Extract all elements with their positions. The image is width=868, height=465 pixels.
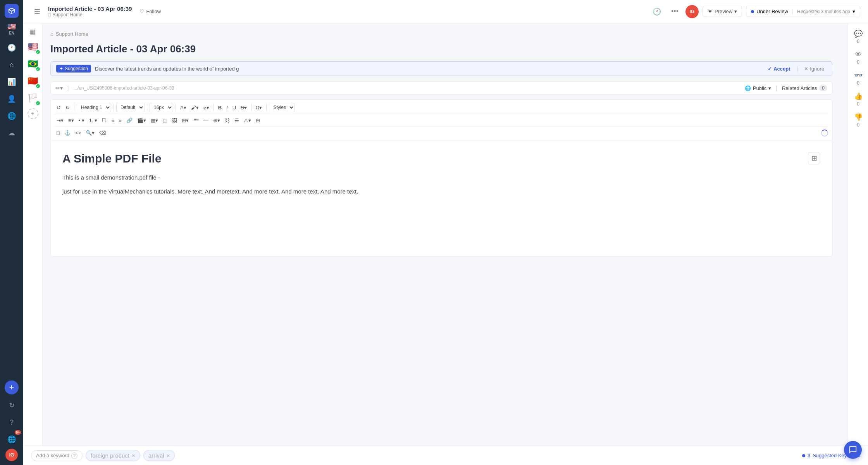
- nav-help[interactable]: ?: [4, 415, 19, 430]
- language-selector[interactable]: 🇺🇸 EN: [7, 22, 16, 35]
- comments-icon: 💬: [854, 29, 863, 38]
- menu-button[interactable]: ☰: [31, 6, 43, 17]
- add-comment-button[interactable]: ⊞: [808, 152, 820, 164]
- underline-button[interactable]: U: [231, 104, 238, 112]
- nav-globe[interactable]: 🌐: [4, 108, 19, 124]
- editor-heading: A Simple PDF File: [62, 152, 162, 165]
- nav-user-avatar[interactable]: IG: [5, 449, 18, 461]
- chat-button[interactable]: [844, 441, 862, 459]
- keyword-help-icon[interactable]: ?: [71, 453, 78, 459]
- alert-button[interactable]: ⚠▾: [242, 116, 253, 124]
- anchor-button[interactable]: ⚓: [62, 129, 72, 137]
- ordered-button[interactable]: 1. ▾: [87, 116, 99, 124]
- link-button[interactable]: ⌀▾: [202, 104, 211, 112]
- article-button[interactable]: □: [55, 129, 62, 137]
- special-chars-button[interactable]: Ω▾: [254, 104, 264, 112]
- likes-count: 0: [857, 101, 859, 107]
- search-replace-button[interactable]: 🔍▾: [84, 129, 96, 137]
- undo-button[interactable]: ↺: [55, 104, 63, 112]
- align-button[interactable]: ≡▾: [66, 116, 76, 124]
- home-icon: ⌂: [50, 31, 53, 37]
- history-button[interactable]: 🕐: [649, 6, 664, 17]
- lang-en-check: ✓: [35, 49, 41, 55]
- lang-other[interactable]: 🏳️ ✓: [26, 91, 40, 105]
- accept-button[interactable]: ✓ Accept: [765, 65, 792, 73]
- ignore-button[interactable]: ✕ Ignore: [802, 65, 827, 73]
- public-label: Public: [753, 85, 766, 91]
- indent-button[interactable]: ⇥▾: [55, 116, 65, 124]
- strikethrough-button[interactable]: S▾: [239, 104, 249, 112]
- redo-button[interactable]: ↻: [64, 104, 72, 112]
- table-view-icon[interactable]: ▦: [30, 28, 36, 35]
- quote-button[interactable]: ❝❝: [191, 116, 201, 124]
- lang-br[interactable]: 🇧🇷 ✓: [26, 57, 40, 71]
- editor-paragraph-1: This is a small demonstration.pdf file -: [62, 173, 820, 182]
- suggestion-tag: ✦ Suggestion: [56, 65, 91, 73]
- blockquote-left-button[interactable]: «: [109, 116, 116, 124]
- keyword-remove-icon[interactable]: ×: [167, 452, 170, 459]
- embed-button[interactable]: ⬚: [161, 116, 169, 124]
- app-logo[interactable]: [5, 4, 19, 18]
- task-button[interactable]: ☐: [100, 116, 108, 124]
- widget-button[interactable]: ⊕▾: [211, 116, 222, 124]
- related-articles[interactable]: Related Articles 0: [782, 85, 827, 91]
- lang-en[interactable]: 🇺🇸 ✓: [26, 40, 40, 54]
- article-breadcrumb: ⌂ Support Home: [50, 31, 832, 37]
- lang-add-button[interactable]: +: [28, 108, 38, 119]
- nav-upload[interactable]: ☁: [4, 125, 19, 141]
- follow-button[interactable]: ♡ Follow: [136, 7, 164, 16]
- bold-button[interactable]: B: [216, 104, 224, 112]
- media-button[interactable]: 🎬▾: [135, 116, 148, 124]
- editor-body[interactable]: A Simple PDF File ⊞ This is a small demo…: [50, 140, 832, 257]
- styles-select[interactable]: Styles: [269, 103, 295, 112]
- readers-stat[interactable]: 👓 0: [854, 71, 863, 86]
- language-sidebar: ▦ 🇺🇸 ✓ 🇧🇷 ✓ 🇨🇳 ✓ 🏳️ ✓ +: [23, 23, 43, 465]
- style-select[interactable]: Default: [116, 103, 145, 112]
- preview-button[interactable]: 👁 Preview ▾: [703, 6, 742, 17]
- url-slug[interactable]: 2495006-imported-article-03-apr-06-39: [94, 85, 174, 91]
- highlight-button[interactable]: 🖌▾: [189, 104, 201, 112]
- fontsize-select[interactable]: 16px 12px 14px 18px 20px: [150, 103, 173, 112]
- hr-button[interactable]: —: [202, 116, 210, 124]
- lang-cn[interactable]: 🇨🇳 ✓: [26, 74, 40, 88]
- likes-stat[interactable]: 👍 0: [854, 92, 863, 107]
- nav-add-button[interactable]: +: [5, 380, 19, 394]
- accept-icon: ✓: [768, 66, 772, 72]
- code-button[interactable]: <>: [73, 129, 83, 137]
- nav-analytics[interactable]: 📊: [4, 74, 19, 90]
- gallery-button[interactable]: ⊞▾: [180, 116, 191, 124]
- link2-button[interactable]: ⛓: [223, 116, 232, 124]
- topbar-breadcrumb: □ Support Home: [48, 12, 132, 17]
- image-button[interactable]: 🖼: [170, 116, 179, 124]
- italic-button[interactable]: I: [224, 104, 230, 112]
- suggestion-tag-label: Suggestion: [65, 66, 88, 71]
- nav-refresh[interactable]: ↻: [4, 398, 19, 413]
- group-button[interactable]: ⊞: [254, 116, 262, 124]
- status-badge[interactable]: Under Review | Requested 3 minutes ago ▾: [746, 6, 860, 17]
- public-selector[interactable]: 🌐 Public ▾: [745, 85, 771, 91]
- nav-history[interactable]: 🕐: [4, 40, 19, 55]
- more-button[interactable]: •••: [668, 6, 682, 17]
- edit-icon[interactable]: ✏▾: [55, 85, 63, 91]
- eraser-button[interactable]: ⌫: [97, 129, 108, 137]
- bullet-button[interactable]: • ▾: [77, 116, 86, 124]
- nav-notifications[interactable]: 🌐 9+: [4, 432, 19, 447]
- keyword-remove-icon[interactable]: ×: [132, 452, 135, 459]
- blockquote-right-button[interactable]: »: [117, 116, 123, 124]
- hyperlink-button[interactable]: 🔗: [124, 116, 134, 124]
- readers-icon: 👓: [854, 71, 863, 80]
- comments-stat[interactable]: 💬 0: [854, 29, 863, 44]
- toolbar-sep-2: [114, 104, 114, 111]
- views-stat[interactable]: 👁 0: [855, 50, 862, 65]
- dislikes-stat[interactable]: 👎 0: [854, 113, 863, 128]
- text-color-button[interactable]: A▾: [178, 104, 188, 112]
- stack-button[interactable]: ☰: [232, 116, 241, 124]
- nav-home[interactable]: ⌂: [4, 57, 19, 73]
- table-button[interactable]: ▦▾: [149, 116, 160, 124]
- heading-select[interactable]: Heading 1 Heading 2 Heading 3 Normal: [77, 103, 111, 112]
- add-keyword-input[interactable]: Add a keyword ?: [31, 450, 83, 461]
- views-count: 0: [857, 59, 859, 65]
- user-avatar[interactable]: IG: [685, 5, 699, 18]
- views-icon: 👁: [855, 50, 862, 59]
- nav-users[interactable]: 👤: [4, 91, 19, 107]
